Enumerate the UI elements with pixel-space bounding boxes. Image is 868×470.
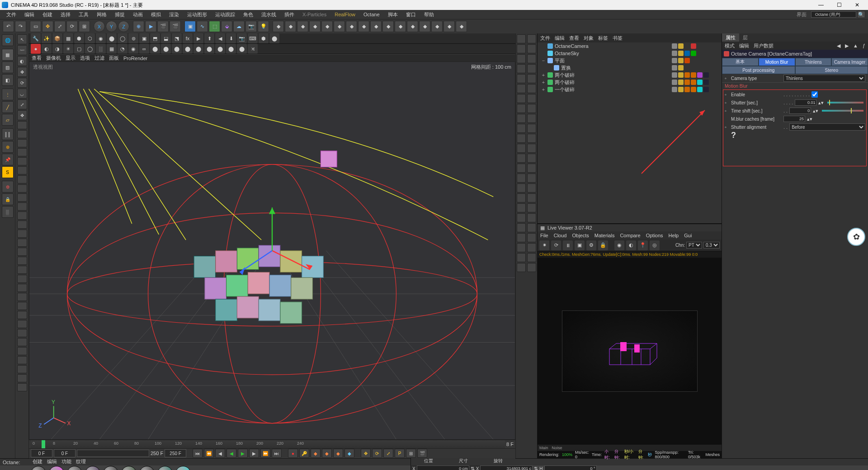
vp-menu-options[interactable]: 选项: [80, 55, 90, 61]
object-tag[interactable]: [672, 65, 677, 70]
om-menu-file[interactable]: 文件: [540, 35, 550, 42]
sub-extra-20[interactable]: [17, 302, 27, 310]
vp-menu-camera[interactable]: 摄像机: [46, 55, 61, 61]
rcol-b-btn-5[interactable]: [527, 84, 536, 93]
sub-extra-29[interactable]: [17, 383, 27, 391]
object-tag[interactable]: [684, 51, 690, 56]
tb2-btn-9[interactable]: ⊚: [128, 33, 138, 43]
tree-row[interactable]: +一个破碎: [538, 86, 722, 93]
sub-extra-5[interactable]: [17, 166, 27, 174]
rcol-a-btn-3[interactable]: [517, 64, 526, 73]
snap-3d[interactable]: 📌: [2, 154, 14, 165]
tree-row[interactable]: 置换: [538, 64, 722, 71]
sub-extra-25[interactable]: [17, 347, 27, 355]
rcol-b-btn-3[interactable]: [527, 64, 536, 73]
poly-mode[interactable]: ▱: [2, 114, 14, 126]
rcol-a-btn-18[interactable]: [517, 213, 526, 222]
lv-menu-file[interactable]: File: [540, 233, 548, 238]
sub-extra-11[interactable]: [17, 221, 27, 229]
prev-frame[interactable]: ◀: [215, 449, 225, 458]
om-menu-view[interactable]: 查看: [569, 35, 579, 42]
lv-sphere[interactable]: ◉: [614, 240, 624, 250]
recent-tool[interactable]: ⊞: [79, 21, 90, 32]
snap-toggle[interactable]: S: [2, 166, 14, 178]
rcol-a-btn-4[interactable]: [517, 74, 526, 83]
rcol-b-btn-9[interactable]: [527, 124, 536, 133]
material-item[interactable]: OctGlos: [30, 466, 47, 470]
rcol-b-btn-1[interactable]: [527, 44, 536, 53]
vp-menu-filter[interactable]: 过滤: [94, 55, 104, 61]
attr-userdata[interactable]: 用户数据: [754, 42, 774, 49]
octane-btn-4[interactable]: ▢: [74, 44, 84, 54]
rcol-a-btn-12[interactable]: [517, 154, 526, 163]
mat-menu-func[interactable]: 功能: [61, 458, 71, 465]
attr-nav-fwd[interactable]: ▶: [845, 43, 849, 49]
tree-row[interactable]: OctaneSky: [538, 50, 722, 57]
move-tool[interactable]: ✥: [42, 21, 53, 32]
expand-toggle[interactable]: +: [541, 87, 546, 92]
lv-menu-materials[interactable]: Materials: [594, 233, 615, 238]
menu-create[interactable]: 创建: [39, 10, 56, 19]
undo-button[interactable]: ↶: [3, 21, 14, 32]
menu-simulate[interactable]: 模拟: [147, 10, 165, 19]
sub-extra-1[interactable]: [17, 130, 27, 138]
octane-btn-20[interactable]: ⤨: [248, 44, 258, 54]
sub-tool3[interactable]: ◐: [17, 56, 27, 66]
deformer[interactable]: ⬙: [221, 21, 232, 32]
rcol-b-btn-11[interactable]: [527, 144, 536, 153]
lv-lock[interactable]: 🔒: [598, 240, 608, 250]
object-tag[interactable]: [691, 72, 696, 78]
minimize-button[interactable]: —: [812, 2, 830, 8]
attr-fn[interactable]: ƒ: [863, 43, 865, 48]
menu-window[interactable]: 窗口: [402, 10, 420, 19]
octane-btn-5[interactable]: ◯: [85, 44, 95, 54]
object-tag[interactable]: [697, 72, 703, 78]
lv-gear[interactable]: ⚙: [586, 240, 596, 250]
om-menu-tag[interactable]: 标签: [598, 35, 608, 42]
octane-btn-18[interactable]: ⬤: [226, 44, 236, 54]
tb2-btn-0[interactable]: 🔧: [31, 33, 41, 43]
object-tag[interactable]: [678, 87, 684, 92]
sub-extra-3[interactable]: [17, 148, 27, 156]
rcol-a-btn-21[interactable]: [517, 243, 526, 252]
make-editable[interactable]: 🌐: [2, 34, 14, 46]
object-name[interactable]: OctaneSky: [555, 51, 670, 56]
autokey[interactable]: 🔑: [299, 449, 309, 458]
sub-extra-13[interactable]: [17, 239, 27, 247]
sub-tool8[interactable]: ✥: [17, 110, 27, 120]
object-tag[interactable]: [678, 51, 684, 56]
attr-up[interactable]: ▲: [853, 43, 858, 48]
scale-tool[interactable]: ⤢: [54, 21, 66, 32]
material-item[interactable]: OctMix: [84, 466, 101, 470]
tb2-btn-2[interactable]: 📦: [52, 33, 62, 43]
tb2-btn-7[interactable]: ⬤: [107, 33, 117, 43]
toolbar-extra-15[interactable]: ◆: [456, 21, 467, 32]
tl-opt5[interactable]: ⊞: [406, 449, 416, 458]
tb2-btn-16[interactable]: ⬆: [204, 33, 214, 43]
tree-row[interactable]: −平面: [538, 57, 722, 64]
octane-btn-17[interactable]: ⬤: [215, 44, 225, 54]
lv-menu-options[interactable]: Options: [646, 233, 663, 238]
coord-pos-X[interactable]: [417, 465, 469, 470]
redo-button[interactable]: ↷: [15, 21, 26, 32]
om-menu-edit[interactable]: 编辑: [555, 35, 565, 42]
object-name[interactable]: 置换: [561, 65, 670, 71]
octane-btn-0[interactable]: ●: [31, 44, 41, 54]
menu-plugins[interactable]: 插件: [281, 10, 298, 19]
object-tag[interactable]: [672, 72, 677, 78]
attr-nav-back[interactable]: ◀: [837, 43, 840, 49]
sub-extra-4[interactable]: [17, 157, 27, 165]
menu-animation[interactable]: 动画: [129, 10, 146, 19]
coord-size-X[interactable]: [480, 465, 533, 470]
sub-extra-10[interactable]: [17, 212, 27, 220]
sub-brush[interactable]: 〰: [17, 45, 27, 55]
mat-menu-edit[interactable]: 编辑: [47, 458, 57, 465]
rcol-b-btn-12[interactable]: [527, 154, 536, 163]
rcol-b-btn-19[interactable]: [527, 223, 536, 232]
menu-xparticles[interactable]: X-Particles: [299, 11, 330, 18]
menu-select[interactable]: 选择: [57, 10, 74, 19]
object-tag[interactable]: [697, 80, 703, 85]
key-rot[interactable]: ◆: [333, 449, 343, 458]
sub-extra-23[interactable]: [17, 329, 27, 337]
coord-rot-X[interactable]: [544, 465, 597, 470]
